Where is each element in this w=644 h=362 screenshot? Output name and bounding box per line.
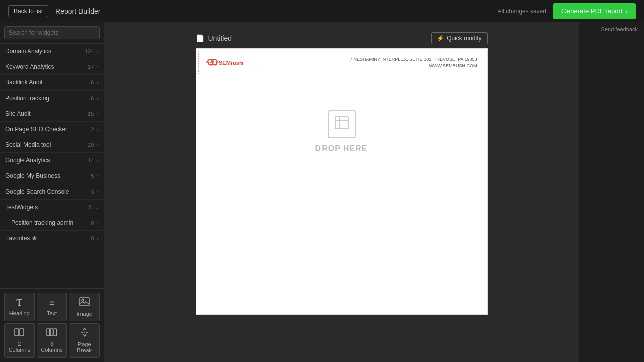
two-columns-icon <box>14 328 24 339</box>
sidebar-item-label: Site Audit <box>5 110 31 117</box>
sidebar-item-count: 124 <box>85 48 94 54</box>
sidebar-item-position-tracking[interactable]: Position tracking 6 › <box>0 90 104 106</box>
sidebar-item-site-audit[interactable]: Site Audit 15 › <box>0 106 104 122</box>
sidebar-item-label: Google My Business <box>5 172 60 179</box>
svg-rect-2 <box>15 329 19 336</box>
topbar-left: Back to list Report Builder <box>8 5 101 17</box>
semrush-logo: SEMrush <box>206 57 246 68</box>
sidebar-item-google-my-business[interactable]: Google My Business 5 › <box>0 168 104 184</box>
send-feedback-link[interactable]: Send feedback <box>601 26 638 32</box>
report-title: Untitled <box>208 34 232 42</box>
sidebar-item-label: Social Media tool <box>5 141 51 148</box>
chevron-down-icon: ⌄ <box>94 204 99 211</box>
saved-status: All changes saved <box>498 8 546 15</box>
sidebar-item-label: On Page SEO Checker <box>5 126 67 133</box>
sidebar-item-count: 6 <box>91 79 94 85</box>
sidebar-item-count: 8 <box>91 220 94 226</box>
back-to-list-button[interactable]: Back to list <box>8 5 48 17</box>
chevron-right-icon: › <box>97 95 99 101</box>
right-panel: Send feedback <box>579 22 644 362</box>
sidebar-item-count: 17 <box>88 64 94 70</box>
sidebar-item-label: Google Search Console <box>5 188 69 195</box>
text-icon: ≡ <box>49 298 55 308</box>
sidebar-item-label: Favorites ★ <box>5 235 37 242</box>
sidebar-item-count: 2 <box>91 126 94 132</box>
page-break-tool-label: Page Break <box>71 341 97 353</box>
text-tool-label: Text <box>47 310 57 316</box>
drop-here-area[interactable]: DROP HERE <box>196 76 487 187</box>
sidebar-item-right: 3 › <box>91 189 99 195</box>
sidebar-item-on-page-seo-checker[interactable]: On Page SEO Checker 2 › <box>0 122 104 137</box>
sidebar-item-count: 3 <box>91 189 94 195</box>
chevron-right-icon: › <box>97 157 99 163</box>
sidebar-item-count: 14 <box>88 157 94 163</box>
heading-tool-button[interactable]: T Heading <box>4 293 35 321</box>
canvas-header: SEMrush 7 NESHAMINY INTERPLEX, SUITE 301… <box>198 51 485 74</box>
search-box <box>0 22 104 44</box>
three-columns-icon <box>46 328 57 339</box>
sidebar-item-count: 8 <box>88 204 91 210</box>
generate-pdf-button[interactable]: Generate PDF report › <box>553 3 636 19</box>
chevron-right-icon: › <box>97 64 99 70</box>
report-header: 📄 Untitled ⚡ Quick modify <box>196 32 488 44</box>
two-columns-tool-label: 2 Columns <box>7 341 32 353</box>
sidebar-item-test-widgets[interactable]: TestWidgets 8 ⌄ <box>0 200 104 215</box>
svg-text:SEMrush: SEMrush <box>219 60 243 66</box>
chevron-right-icon: › <box>97 126 99 132</box>
topbar: Back to list Report Builder All changes … <box>0 0 644 22</box>
report-canvas: SEMrush 7 NESHAMINY INTERPLEX, SUITE 301… <box>196 48 488 315</box>
lightning-icon: ⚡ <box>437 35 444 42</box>
two-columns-tool-button[interactable]: 2 Columns <box>4 323 35 358</box>
chevron-right-icon: › <box>97 235 99 241</box>
page-break-tool-button[interactable]: Page Break <box>69 323 100 358</box>
sidebar-item-google-search-console[interactable]: Google Search Console 3 › <box>0 184 104 200</box>
svg-rect-0 <box>80 298 89 306</box>
sidebar-item-right: 6 › <box>91 79 99 85</box>
image-tool-button[interactable]: Image <box>69 293 100 321</box>
text-tool-button[interactable]: ≡ Text <box>37 293 67 321</box>
page-title: Report Builder <box>55 7 101 15</box>
report-title-area: 📄 Untitled <box>196 34 232 42</box>
heading-icon: T <box>16 298 22 308</box>
sidebar-item-right: 6 › <box>91 95 99 101</box>
widget-tools: T Heading ≡ Text Image 2 Columns <box>0 288 104 362</box>
three-columns-tool-label: 3 Columns <box>39 341 65 353</box>
sidebar-item-backlink-audit[interactable]: Backlink Audit 6 › <box>0 75 104 90</box>
sidebar-item-right: 5 › <box>91 173 99 179</box>
quick-modify-button[interactable]: ⚡ Quick modify <box>431 32 487 44</box>
sidebar-item-keyword-analytics[interactable]: Keyword Analytics 17 › <box>0 59 104 75</box>
chevron-right-icon: › <box>97 220 99 226</box>
sidebar-item-label: Backlink Audit <box>5 79 43 86</box>
arrow-icon: › <box>625 7 628 15</box>
chevron-right-icon: › <box>97 111 99 117</box>
sidebar-item-right: 124 › <box>85 48 99 54</box>
svg-rect-9 <box>335 117 348 129</box>
drop-here-text: DROP HERE <box>315 144 368 153</box>
svg-rect-3 <box>20 329 24 336</box>
sidebar-item-label: Position tracking <box>5 95 49 102</box>
image-icon <box>79 297 90 309</box>
chevron-right-icon: › <box>97 189 99 195</box>
main-layout: Domain Analytics 124 › Keyword Analytics… <box>0 22 644 362</box>
sidebar-item-google-analytics[interactable]: Google Analytics 14 › <box>0 153 104 168</box>
sidebar-item-right: 15 › <box>88 111 99 117</box>
three-columns-tool-button[interactable]: 3 Columns <box>37 323 67 358</box>
drop-icon <box>328 110 356 138</box>
search-input[interactable] <box>4 26 100 39</box>
sidebar-item-label: TestWidgets <box>5 204 38 211</box>
sidebar-item-right: 17 › <box>88 64 99 70</box>
chevron-right-icon: › <box>97 48 99 54</box>
svg-point-1 <box>82 299 84 301</box>
sidebar-item-count: 15 <box>88 111 94 117</box>
page-break-icon <box>79 328 90 339</box>
chevron-right-icon: › <box>97 79 99 85</box>
sidebar-item-count: 5 <box>91 173 94 179</box>
sidebar-sub-item-position-tracking-admin[interactable]: Position tracking admin 8 › <box>0 215 104 231</box>
address-line2: WWW.SEMRUSH.COM <box>350 63 477 69</box>
sidebar-item-label: Domain Analytics <box>5 48 51 55</box>
sidebar-item-social-media-tool[interactable]: Social Media tool 20 › <box>0 137 104 153</box>
heading-tool-label: Heading <box>9 310 30 316</box>
sidebar-item-domain-analytics[interactable]: Domain Analytics 124 › <box>0 44 104 59</box>
sidebar-item-favorites[interactable]: Favorites ★ 0 › <box>0 231 104 246</box>
sidebar-item-right: 20 › <box>88 142 99 148</box>
